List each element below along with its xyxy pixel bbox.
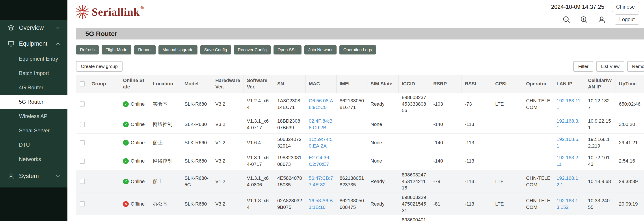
cell-operator: CHN-TELECOM [523, 193, 554, 215]
cell-hardware-ver: V3.2 [212, 215, 244, 221]
mac-link[interactable]: E2:C4:36:C2:70:E7 [309, 154, 334, 167]
cell-lan-ip: 192.168.13.152 [554, 193, 585, 215]
cell-wan-ip: 10.9.22.151 [585, 115, 616, 134]
user-icon[interactable] [597, 15, 606, 24]
sidebar-bottom-spacer [0, 187, 68, 221]
toolbar-button-flight-mode[interactable]: Flight Mode [102, 45, 131, 55]
create-new-group-button[interactable]: Create new group [76, 61, 122, 72]
cell-lan-ip: 192.168.12.1 [554, 170, 585, 193]
logo-registered-mark: ® [140, 5, 144, 10]
toolbar-button-reboot[interactable]: Reboot [134, 45, 156, 55]
row-checkbox[interactable] [80, 101, 85, 107]
table-row[interactable]: ✕ Offline 办公室 SLK-R680 V3.2 V1.1.8_x64 0… [76, 193, 644, 215]
sidebar-item-label: 5G Router [19, 99, 44, 105]
row-checkbox[interactable] [80, 159, 85, 164]
status-icon: ✓ [123, 140, 129, 146]
sidebar-item-label: Serial Server [19, 127, 50, 134]
table-actions: Filter List View Remove [573, 61, 644, 72]
toolbar-button-open-ssh[interactable]: Open SSH [274, 45, 302, 55]
mac-link[interactable]: 1C:59:74:50:EA:2A [309, 136, 334, 149]
cell-mac: 1A:6C:8F:96:29:37 [306, 215, 336, 221]
zoom-in-icon[interactable] [580, 15, 588, 24]
monitor-icon [8, 40, 14, 47]
table-row[interactable]: ✓ Online 网络控制 SLK-R680 V3.2 V1.3.1_x64-0… [76, 115, 644, 134]
filter-button[interactable]: Filter [573, 61, 593, 72]
column-header-mac: MAC [306, 75, 336, 93]
cell-iccid [399, 152, 430, 170]
row-checkbox[interactable] [80, 140, 85, 145]
lan-ip-link[interactable]: 192.168.12.1 [556, 175, 582, 188]
table-row[interactable]: ✓ Online 船上 SLK-R660 V1.2 V1.6.4 5063240… [76, 134, 644, 152]
sidebar-item-wireless-ap[interactable]: Wireless AP [0, 109, 68, 123]
sidebar-item-dtu[interactable]: DTU [0, 138, 68, 152]
cell-rsrp: -140 [430, 152, 462, 170]
cell-software-ver: V1.2.4_x64 [244, 93, 274, 115]
sidebar-item-5g-router[interactable]: 5G Router [0, 95, 68, 109]
cell-sim-state: None [368, 134, 399, 152]
cell-software-ver: V1.3.1_x64-0717 [244, 115, 274, 134]
logo-text: Seriallink [92, 6, 140, 18]
zoom-out-icon[interactable] [562, 15, 571, 24]
column-header-sim-state: SIM State [368, 75, 399, 93]
cell-group [88, 93, 120, 115]
mac-link[interactable]: 1A:6C:8F:96:29:37 [309, 220, 334, 221]
sidebar-item-label: Equipment Entry [19, 56, 58, 62]
list-view-button[interactable]: List View [596, 61, 624, 72]
lan-ip-link[interactable]: 192.168.11.1 [556, 98, 582, 111]
column-header-operator: Operator [523, 75, 554, 93]
sidebar-item-equipment-entry[interactable]: Equipment Entry [0, 52, 68, 66]
sidebar-item-batch-import[interactable]: Batch Import [0, 66, 68, 80]
toolbar-button-manual-upgrade[interactable]: Manual Upgrade [158, 45, 197, 55]
row-checkbox[interactable] [80, 179, 85, 184]
remove-button[interactable]: Remove [627, 61, 644, 72]
cell-mac: C6:56:08:A8:9C:C0 [306, 93, 336, 115]
cell-cpsi: NR5G [492, 215, 523, 221]
row-checkbox[interactable] [80, 201, 85, 206]
cell-sim-state: None [368, 152, 399, 170]
lan-ip-link[interactable]: 192.168.1.251 [556, 220, 582, 221]
language-button[interactable]: Chinese [612, 2, 639, 12]
toolbar-button-save-config[interactable]: Save Config [200, 45, 231, 55]
row-checkbox[interactable] [80, 122, 85, 127]
lan-ip-link[interactable]: 192.168.6.1 [556, 136, 582, 149]
sidebar-item-4g-router[interactable]: 4G Router [0, 80, 68, 95]
column-header-cpsi: CPSI [492, 75, 523, 93]
cell-lan-ip: 192.168.1.251 [554, 215, 585, 221]
table-row[interactable]: ✕ Offline SLK-R680 V3.2 V1.1.8_x64 02A92… [76, 215, 644, 221]
mac-link[interactable]: 56:47:CB:77:4E:82 [309, 175, 334, 188]
sidebar-item-serial-server[interactable]: Serial Server [0, 123, 68, 138]
toolbar-button-recover-config[interactable]: Recover Config [234, 45, 271, 55]
mac-link[interactable]: C6:56:08:A8:9C:C0 [309, 98, 334, 111]
cell-select [76, 115, 88, 134]
lan-ip-link[interactable]: 192.168.2.11 [556, 154, 582, 167]
table-header: GroupOnline StateLocationModelHaredware … [76, 75, 644, 93]
cell-hardware-ver: V3.2 [212, 152, 244, 170]
cell-model: SLK-R680 [182, 115, 212, 134]
table-row[interactable]: ✓ Online 网络控制 SLK-R680 V3.2 V1.3.1_x64-0… [76, 152, 644, 170]
layers-icon [8, 24, 14, 31]
table-row[interactable]: ✓ Online 实验室 SLK-R680 V3.2 V1.2.4_x64 1A… [76, 93, 644, 115]
toolbar-button-operation-logs[interactable]: Operation Logs [340, 45, 376, 55]
mac-link[interactable]: 02:4F:84:B8:C9:2B [309, 118, 334, 131]
lan-ip-link[interactable]: 192.168.13.152 [556, 197, 582, 210]
toolbar-button-refresh[interactable]: Refresh [76, 45, 99, 55]
table-body: ✓ Online 实验室 SLK-R680 V3.2 V1.2.4_x64 1A… [76, 93, 644, 221]
logout-button[interactable]: Logout [615, 14, 639, 25]
cell-rssi: -73 [462, 93, 492, 115]
lan-ip-link[interactable]: 192.168.3.1 [556, 118, 582, 131]
select-all-checkbox[interactable] [80, 81, 85, 86]
toolbar-button-join-network[interactable]: Join Network [304, 45, 336, 55]
user-icon [8, 172, 14, 179]
cell-select [76, 193, 88, 215]
table-row[interactable]: ✓ Online 船上 SLK-R680-5G V1.2 V1.3.1_x64-… [76, 170, 644, 193]
sidebar-item-label: Overview [19, 25, 44, 31]
sidebar-item-label: Equipment [19, 40, 48, 47]
cell-online-state: ✓ Online [120, 152, 150, 170]
sidebar-item-system[interactable]: System [0, 168, 68, 184]
sidebar-item-equipment[interactable]: Equipment [0, 36, 68, 52]
cell-model: SLK-R680 [182, 193, 212, 215]
sidebar-item-overview[interactable]: Overview [0, 20, 68, 36]
sidebar-item-networks[interactable]: Networks [0, 152, 68, 166]
cell-cpsi [492, 152, 523, 170]
mac-link[interactable]: 16:58:A6:B1:1B:16 [309, 197, 334, 210]
